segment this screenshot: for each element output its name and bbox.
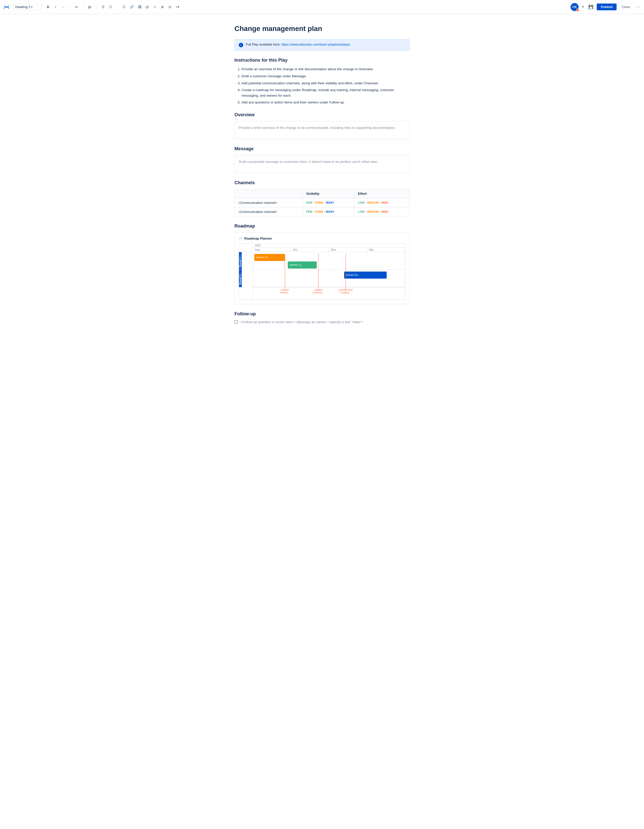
avatar-initials: CK xyxy=(572,5,576,9)
followup-heading: Follow-up xyxy=(235,311,409,317)
save-draft-button[interactable]: 💾 xyxy=(587,3,595,11)
ellipsis-icon: ··· xyxy=(636,5,640,9)
toolbar-divider-4 xyxy=(96,4,97,10)
bar-label: (owner): S... xyxy=(289,263,303,266)
badge-high[interactable]: HIGH xyxy=(381,210,389,213)
badge-low[interactable]: LOW xyxy=(358,201,365,204)
italic-button[interactable]: I xyxy=(52,3,59,11)
round2-label: Round 2... xyxy=(239,272,242,284)
gantt-cell xyxy=(329,252,367,269)
toolbar-divider-5 xyxy=(117,4,118,10)
align-group: ≡ ▾ xyxy=(73,3,80,11)
roadmap-planner-label: Roadmap Planner xyxy=(244,236,272,240)
layout-button[interactable]: ⊟ xyxy=(166,3,173,11)
visibility-cell: FEW / SOME / MANY xyxy=(302,198,354,207)
channels-heading: Channels xyxy=(235,180,409,186)
numbered-list-button[interactable]: ☷ xyxy=(107,3,114,11)
effort-cell: LOW / MEDIUM / HIGH xyxy=(354,207,409,216)
badge-low[interactable]: LOW xyxy=(358,210,365,213)
gantt-body: Round 1:... Round 2... xyxy=(239,252,405,300)
followup-item: <Follow-up question or action item> <@as… xyxy=(235,320,409,324)
badge-many[interactable]: MANY xyxy=(326,210,334,213)
list-item: Add potential communication channels, al… xyxy=(241,80,409,86)
col-visibility: Visibility xyxy=(302,189,354,198)
align-button[interactable]: ≡ ▾ xyxy=(73,3,80,11)
followup-checkbox[interactable] xyxy=(235,320,238,324)
separator: / xyxy=(313,210,314,213)
table-row: <Communication channel> FEW / SOME / MAN… xyxy=(235,207,409,216)
more-insert-button[interactable]: +▾ xyxy=(174,3,181,11)
roadmap-header: 📄 Roadmap Planner xyxy=(239,236,405,240)
save-icon: 💾 xyxy=(589,5,594,9)
overview-placeholder[interactable]: Provide a brief overview of the change t… xyxy=(235,121,409,139)
badge-high[interactable]: HIGH xyxy=(381,201,389,204)
more-insert-icon: +▾ xyxy=(176,5,180,9)
channel-name[interactable]: <Communication channel> xyxy=(235,207,302,216)
badge-some[interactable]: SOME xyxy=(315,201,323,204)
avatar-badge: 3 xyxy=(576,9,579,11)
gantt-milestones: (owner)Interna... (owner)Custome... (own… xyxy=(253,287,405,300)
channel-name[interactable]: <Communication channel> xyxy=(235,198,302,207)
align-icon: ≡ xyxy=(75,5,77,9)
mention-button[interactable]: @ xyxy=(144,3,151,11)
milestone-1: (owner)Interna... xyxy=(277,288,292,294)
svg-rect-0 xyxy=(3,3,10,11)
add-collaborator-button[interactable]: + xyxy=(581,3,586,11)
separator: / xyxy=(365,210,366,213)
effort-badges: LOW / MEDIUM / HIGH xyxy=(358,201,406,204)
color-chevron-icon: ▾ xyxy=(90,6,91,8)
heading-label: Heading 2 xyxy=(15,5,30,9)
bullet-list-button[interactable]: ☰ xyxy=(100,3,107,11)
info-link[interactable]: https://www.atlassian.com/team-playbook/… xyxy=(282,43,350,46)
list-group: ☰ ☷ xyxy=(100,3,114,11)
avatar[interactable]: CK 3 xyxy=(570,3,579,11)
gantt-labels: Round 1:... Round 2... xyxy=(239,252,253,300)
image-icon: 🖼 xyxy=(138,5,142,9)
image-button[interactable]: 🖼 xyxy=(136,3,143,11)
badge-medium[interactable]: MEDIUM xyxy=(367,210,379,213)
roadmap-planner-icon: 📄 xyxy=(239,236,243,240)
align-chevron-icon: ▾ xyxy=(77,6,78,8)
separator: / xyxy=(313,201,314,204)
milestone-line-1 xyxy=(285,253,285,291)
visibility-cell: FEW / SOME / MANY xyxy=(302,207,354,216)
link-icon: 🔗 xyxy=(130,5,134,9)
numbered-list-icon: ☷ xyxy=(109,5,112,9)
gantt-grid: (owner) Hi... (owner): S... xyxy=(253,252,405,300)
text-format-group: B I ··· xyxy=(44,3,67,11)
gantt-cell xyxy=(291,270,329,287)
gantt-month-nov: Nov xyxy=(329,247,367,252)
followup-text[interactable]: <Follow-up question or action item> <@as… xyxy=(241,320,363,324)
message-placeholder[interactable]: Draft a proposed message to customers he… xyxy=(235,155,409,173)
table-button[interactable]: ⊞ xyxy=(159,3,166,11)
close-button[interactable]: Close xyxy=(619,3,633,10)
separator: / xyxy=(324,210,325,213)
visibility-badges: FEW / SOME / MANY xyxy=(306,201,351,204)
link-button[interactable]: 🔗 xyxy=(128,3,135,11)
milestone-2: (owner)Custome... xyxy=(311,288,326,294)
info-prefix: Full Play available here: xyxy=(246,43,282,46)
badge-many[interactable]: MANY xyxy=(326,201,334,204)
task-button[interactable]: ☑ xyxy=(121,3,128,11)
badge-few[interactable]: FEW xyxy=(306,201,312,204)
list-item: Add any questions or action items and th… xyxy=(241,100,409,105)
badge-some[interactable]: SOME xyxy=(315,210,323,213)
color-button[interactable]: A ▾ xyxy=(86,3,93,11)
visibility-badges: FEW / SOME / MANY xyxy=(306,210,351,213)
emoji-button[interactable]: ☺ xyxy=(151,3,158,11)
more-actions-button[interactable]: ··· xyxy=(635,3,641,11)
page-title[interactable]: Change management plan xyxy=(235,24,409,33)
badge-medium[interactable]: MEDIUM xyxy=(367,201,379,204)
separator: / xyxy=(324,201,325,204)
gantt-label-header xyxy=(239,244,253,252)
instructions-list: Provide an overview of the change or lin… xyxy=(235,66,409,105)
task-icon: ☑ xyxy=(123,5,126,9)
badge-few[interactable]: FEW xyxy=(306,210,312,213)
publish-button[interactable]: Publish xyxy=(597,3,617,10)
gantt-row-1: (owner) Hi... (owner): S... xyxy=(253,252,405,270)
bold-button[interactable]: B xyxy=(44,3,52,11)
text-color-icon: A xyxy=(88,5,90,9)
more-format-button[interactable]: ··· xyxy=(60,3,67,11)
separator: / xyxy=(379,201,380,204)
heading-selector[interactable]: Heading 2 ▾ xyxy=(13,4,38,10)
